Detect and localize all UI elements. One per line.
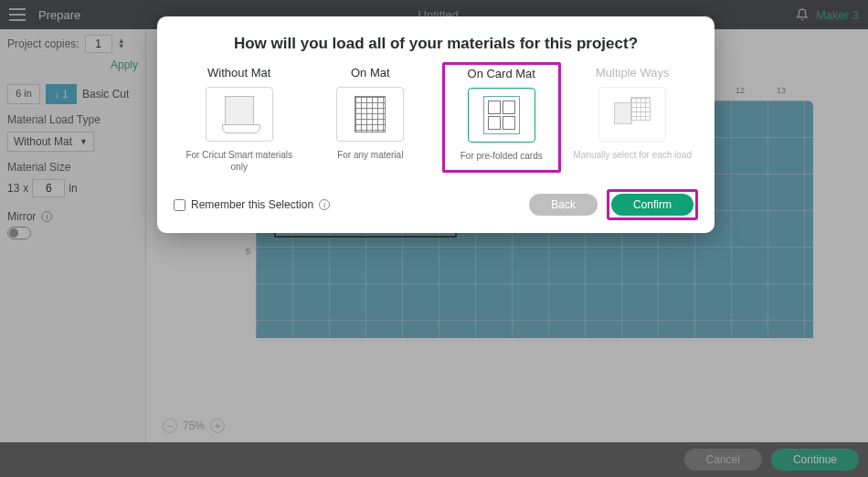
back-button[interactable]: Back — [529, 194, 598, 216]
option-on-card-mat[interactable]: On Card Mat For pre-folded cards — [442, 62, 561, 173]
option-title: Multiple Ways — [573, 66, 692, 80]
option-desc: For pre-folded cards — [454, 150, 549, 162]
option-on-mat[interactable]: On Mat For any material — [311, 66, 429, 173]
remember-selection[interactable]: Remember this Selection i — [174, 198, 330, 211]
option-title: Without Mat — [180, 66, 299, 80]
option-title: On Card Mat — [454, 67, 549, 80]
modal-title: How will you load all of your materials … — [174, 35, 698, 53]
option-card[interactable] — [206, 87, 273, 142]
option-multiple-ways[interactable]: Multiple Ways Manually select for each l… — [573, 66, 692, 173]
option-desc: For any material — [311, 149, 429, 161]
remember-checkbox[interactable] — [174, 199, 185, 211]
option-card[interactable] — [336, 87, 404, 142]
confirm-highlight: Confirm — [607, 189, 698, 220]
grid-mat-icon — [355, 96, 386, 132]
option-desc: For Cricut Smart materials only — [180, 149, 299, 173]
option-card[interactable] — [598, 87, 666, 142]
option-without-mat[interactable]: Without Mat For Cricut Smart materials o… — [180, 66, 299, 173]
roll-icon — [225, 96, 254, 132]
confirm-button[interactable]: Confirm — [611, 194, 693, 216]
remember-label: Remember this Selection — [191, 198, 313, 211]
card-mat-icon — [483, 96, 520, 134]
option-title: On Mat — [311, 66, 429, 80]
load-materials-modal: How will you load all of your materials … — [157, 16, 715, 233]
multiple-icon — [614, 97, 651, 132]
option-desc: Manually select for each load — [573, 149, 692, 161]
option-card[interactable] — [468, 88, 535, 143]
info-icon[interactable]: i — [319, 199, 330, 210]
